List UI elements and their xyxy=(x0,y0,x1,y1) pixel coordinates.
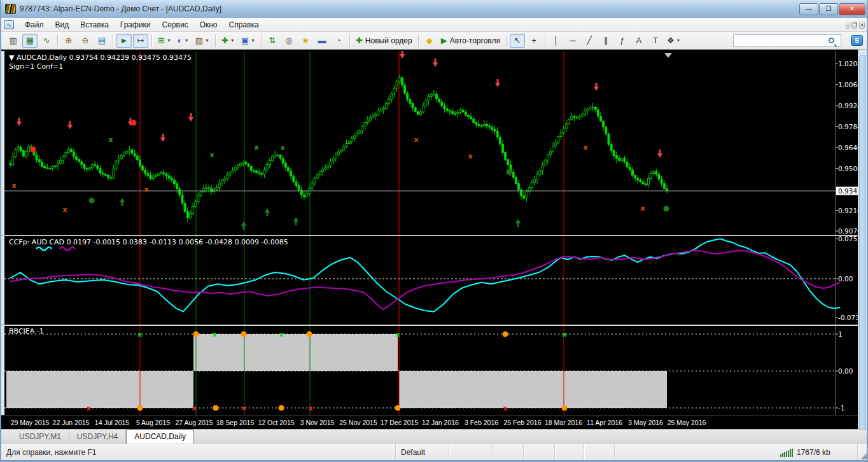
equidistant-channel-button[interactable]: ∥ xyxy=(598,34,613,48)
navigator-icon: ★ xyxy=(302,36,309,45)
status-empty-cell xyxy=(449,444,493,460)
horizontal-line-button[interactable]: ─ xyxy=(565,34,580,48)
orange-dot-icon xyxy=(307,332,312,337)
arrows-tool-icon: ❖ xyxy=(667,36,675,45)
svg-text:1.02080: 1.02080 xyxy=(838,60,858,67)
window-layout-button[interactable]: ▣▼ xyxy=(239,34,258,48)
text-label-button[interactable]: T xyxy=(648,34,663,48)
text-button[interactable]: A xyxy=(631,34,647,48)
maximize-button[interactable]: ❐ xyxy=(819,3,838,15)
main-price-panel[interactable]: xxxxxxxxxxx▼ AUDCAD,Daily 0.93754 0.9423… xyxy=(1,51,858,235)
periods-dropdown-icon[interactable]: ▼ xyxy=(185,38,189,43)
zoom-in-button[interactable]: ⊕ xyxy=(61,34,76,48)
text-icon: A xyxy=(636,36,642,45)
navigator-button[interactable]: ★ xyxy=(298,34,313,48)
scrollbar-thumb[interactable] xyxy=(859,55,866,433)
new-chart-dropdown-icon[interactable]: ▼ xyxy=(167,38,171,43)
market-watch-button[interactable]: ⇅ xyxy=(265,34,280,48)
tile-windows-button[interactable]: ▤ xyxy=(94,34,109,48)
menu-item-file[interactable]: Файл xyxy=(19,18,50,31)
mdi-minimize-button[interactable]: – xyxy=(846,22,850,29)
toolbar-separator xyxy=(349,34,350,47)
title-bar[interactable]: 9787743: Alpari-ECN-Demo - Демо Счет - [… xyxy=(1,0,867,18)
toolbar-separator xyxy=(151,34,152,47)
menu-item-insert[interactable]: Вставка xyxy=(74,18,115,31)
new-chart-button[interactable]: ⊞▼ xyxy=(155,34,174,48)
zoom-out-button[interactable]: ⊖ xyxy=(78,34,93,48)
auto-trading-button[interactable]: ▶Авто-торговля xyxy=(438,34,503,48)
zoom-out-icon: ⊖ xyxy=(82,36,89,45)
templates-dropdown-icon[interactable]: ▼ xyxy=(205,38,209,43)
arrows-tool-button[interactable]: ❖▼ xyxy=(664,34,683,48)
time-axis-label: 25 Feb 2016 xyxy=(504,419,542,426)
menu-bar: ∿ ФайлВидВставкаГрафикиСервисОкноСправка… xyxy=(1,18,867,32)
line-chart-button[interactable]: ∿ xyxy=(39,34,54,48)
fibonacci-button[interactable]: ƒ xyxy=(615,34,630,48)
menu-item-view[interactable]: Вид xyxy=(50,18,75,31)
close-button[interactable]: ✕ xyxy=(839,3,865,15)
connection-status[interactable]: 1767/6 kb xyxy=(775,444,858,460)
mdi-restore-button[interactable]: ❐ xyxy=(851,22,857,29)
trend-line-button[interactable]: ╱ xyxy=(582,34,597,48)
orange-dot-icon xyxy=(137,405,143,411)
time-axis-label: 27 Aug 2015 xyxy=(176,419,213,426)
ccfp-indicator-panel[interactable]: CCFp: AUD CAD 0.0197 -0.0015 0.0383 -0.0… xyxy=(1,236,858,325)
time-axis-label: 25 Nov 2015 xyxy=(339,419,377,426)
time-axis-label: 18 Sep 2015 xyxy=(216,419,255,426)
strategy-tester-button[interactable]: ◔ xyxy=(331,34,346,48)
status-empty-cell xyxy=(584,444,615,460)
svg-text:x: x xyxy=(255,143,259,151)
bbciea-indicator-panel[interactable]: xxxxxxxxxxBBCIEA -110.00-1 xyxy=(1,326,858,415)
tab-audcad-daily[interactable]: AUDCAD,Daily xyxy=(126,430,194,444)
time-axis-label: 29 May 2015 xyxy=(11,419,50,426)
menu-item-charts[interactable]: Графики xyxy=(115,18,157,31)
status-empty-cell xyxy=(555,444,584,460)
auto-scroll-button[interactable]: ► xyxy=(116,34,132,48)
chart-shift-icon: ↦ xyxy=(137,36,144,45)
toolbar-separator xyxy=(57,34,58,47)
status-profile[interactable]: Default xyxy=(396,444,449,460)
time-axis-label: 12 Oct 2015 xyxy=(258,419,294,426)
menu-item-window[interactable]: Окно xyxy=(194,18,223,31)
menu-item-help[interactable]: Справка xyxy=(223,18,265,31)
status-empty-cell xyxy=(524,444,555,460)
arrows-tool-dropdown-icon[interactable]: ▼ xyxy=(676,38,681,43)
metaeditor-button[interactable]: ◆ xyxy=(422,34,437,48)
svg-text:x: x xyxy=(309,404,313,412)
time-axis-label: 12 Jan 2016 xyxy=(422,419,459,426)
notification-badge[interactable]: 5 xyxy=(851,35,863,46)
toolbar-separator xyxy=(506,34,507,47)
menu-item-service[interactable]: Сервис xyxy=(157,18,194,31)
orange-dot-icon xyxy=(213,405,219,411)
chart-area: xxxxxxxxxxx▼ AUDCAD,Daily 0.93754 0.9423… xyxy=(1,50,858,429)
candlestick-chart-button[interactable]: ▦ xyxy=(22,34,38,48)
tab-usdjpy-h4[interactable]: USDJPY,H4 xyxy=(69,430,126,444)
time-axis-label: 14 Jul 2015 xyxy=(95,419,129,426)
svg-text:Sign=1 Conf=1: Sign=1 Conf=1 xyxy=(9,62,63,71)
minimize-button[interactable]: — xyxy=(799,3,818,15)
periods-button[interactable]: ◐▼ xyxy=(175,34,192,48)
metaeditor-icon: ◆ xyxy=(426,36,433,45)
chart-shift-button[interactable]: ↦ xyxy=(133,34,148,48)
crosshair-button[interactable]: + xyxy=(526,34,542,48)
chart-tab-bar: USDJPY,M1USDJPY,H4AUDCAD,Daily xyxy=(1,429,867,444)
terminal-button[interactable]: ▬ xyxy=(314,34,330,48)
vertical-scrollbar[interactable] xyxy=(858,50,867,444)
toolbar-separator xyxy=(261,34,262,47)
orange-dot-icon xyxy=(241,332,247,337)
connection-traffic-label: 1767/6 kb xyxy=(797,448,830,457)
indicators-button[interactable]: ✚▼ xyxy=(219,34,237,48)
resize-grip[interactable]: ◢ xyxy=(858,444,867,460)
vertical-line-button[interactable]: │ xyxy=(549,34,564,48)
search-input[interactable] xyxy=(733,34,841,47)
tab-usdjpy-m1[interactable]: USDJPY,M1 xyxy=(11,430,69,444)
templates-button[interactable]: ▧▼ xyxy=(193,34,212,48)
window-layout-dropdown-icon[interactable]: ▼ xyxy=(251,38,255,43)
time-axis[interactable]: 29 May 201522 Jun 201514 Jul 20155 Aug 2… xyxy=(1,415,858,429)
mdi-close-button[interactable]: ✕ xyxy=(859,22,865,29)
data-window-button[interactable]: ◎ xyxy=(281,34,297,48)
indicators-dropdown-icon[interactable]: ▼ xyxy=(230,38,235,43)
new-order-button[interactable]: ✚Новый ордер xyxy=(353,34,415,48)
bar-chart-button[interactable]: ▥ xyxy=(6,34,21,48)
cursor-button[interactable]: ↖ xyxy=(510,34,525,48)
